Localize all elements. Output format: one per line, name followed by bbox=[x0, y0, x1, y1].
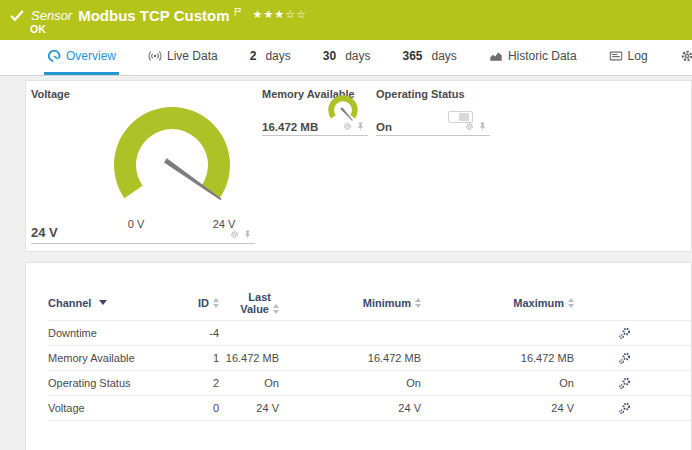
gauge-icon bbox=[47, 49, 61, 63]
stars-filled: ★★★ bbox=[253, 8, 286, 20]
sensor-type-label: Sensor bbox=[31, 8, 72, 23]
tab-overview[interactable]: Overview bbox=[44, 40, 119, 75]
tab-log-label: Log bbox=[628, 49, 648, 63]
tab-365-days[interactable]: 365 days bbox=[399, 40, 459, 75]
tab-settings[interactable]: Settings bbox=[677, 40, 692, 75]
tab-live-data-label: Live Data bbox=[167, 49, 218, 63]
channel-id: 1 bbox=[193, 352, 219, 364]
status-check-icon bbox=[10, 9, 24, 23]
pin-icon[interactable] bbox=[356, 122, 365, 131]
tab-log[interactable]: Log bbox=[606, 40, 651, 75]
channel-name: Memory Available bbox=[48, 352, 193, 364]
table-row-voltage[interactable]: Voltage 0 24 V 24 V 24 V bbox=[48, 396, 691, 421]
column-header-minimum[interactable]: Minimum bbox=[279, 297, 421, 309]
column-header-maximum-label: Maximum bbox=[513, 297, 564, 309]
tab-2-days-number: 2 bbox=[250, 49, 257, 63]
voltage-panel-title: Voltage bbox=[31, 88, 255, 100]
channel-maximum: 24 V bbox=[421, 402, 574, 414]
pin-icon[interactable] bbox=[243, 230, 252, 239]
memory-value: 16.472 MB bbox=[262, 121, 318, 133]
channel-table-card: Channel ID Last Value Minimum Maximum bbox=[25, 262, 692, 450]
channel-name: Voltage bbox=[48, 402, 193, 414]
toggle-knob bbox=[459, 113, 469, 121]
column-header-value-label: Value bbox=[240, 303, 269, 315]
broadcast-icon bbox=[148, 49, 162, 63]
gear-icon bbox=[680, 49, 692, 63]
column-header-channel[interactable]: Channel bbox=[48, 297, 193, 309]
channel-settings-gears-icon[interactable] bbox=[618, 402, 631, 415]
memory-panel-icons bbox=[343, 122, 365, 131]
voltage-gauge bbox=[102, 103, 242, 207]
tab-live-data[interactable]: Live Data bbox=[145, 40, 221, 75]
tab-365-days-number: 365 bbox=[402, 49, 422, 63]
channel-settings-gears-icon[interactable] bbox=[618, 377, 631, 390]
priority-stars[interactable]: ★★★☆☆ bbox=[253, 8, 307, 21]
channel-id: 2 bbox=[193, 377, 219, 389]
sort-desc-icon bbox=[99, 300, 107, 305]
tab-30-days[interactable]: 30 days bbox=[320, 40, 374, 75]
voltage-gauge-panel: Voltage 0 V 24 V 24 V bbox=[31, 88, 255, 244]
gear-icon[interactable] bbox=[230, 230, 239, 239]
column-header-maximum[interactable]: Maximum bbox=[421, 297, 574, 309]
channel-last-value: On bbox=[219, 377, 279, 389]
sensor-header-row: Sensor Modbus TCP Custom ★★★☆☆ bbox=[0, 0, 692, 24]
sensor-header: Sensor Modbus TCP Custom ★★★☆☆ OK bbox=[0, 0, 692, 40]
operating-panel-icons bbox=[465, 122, 487, 131]
voltage-value: 24 V bbox=[31, 225, 58, 240]
tab-overview-label: Overview bbox=[66, 49, 116, 63]
gear-icon[interactable] bbox=[465, 122, 474, 131]
channel-last-value: 24 V bbox=[219, 402, 279, 414]
channel-last-value: 16.472 MB bbox=[219, 352, 279, 364]
voltage-panel-icons bbox=[230, 230, 252, 239]
sort-arrows-icon bbox=[568, 298, 574, 308]
tab-historic-data[interactable]: Historic Data bbox=[486, 40, 580, 75]
channel-settings-gears-icon[interactable] bbox=[618, 352, 631, 365]
channel-name: Operating Status bbox=[48, 377, 193, 389]
stars-empty: ☆☆ bbox=[285, 8, 307, 20]
log-window-icon bbox=[609, 49, 623, 63]
table-row-downtime[interactable]: Downtime -4 bbox=[48, 321, 691, 346]
status-badge: OK bbox=[30, 23, 46, 35]
column-header-channel-label: Channel bbox=[48, 297, 91, 309]
bar-chart-icon bbox=[489, 49, 503, 63]
operating-value: On bbox=[376, 121, 392, 133]
gauges-card: Voltage 0 V 24 V 24 V Memory Available 1… bbox=[25, 80, 692, 252]
table-row-operating-status[interactable]: Operating Status 2 On On On bbox=[48, 371, 691, 396]
tab-365-days-label: days bbox=[432, 49, 457, 63]
column-header-last-value[interactable]: Last Value bbox=[219, 291, 279, 315]
tab-historic-data-label: Historic Data bbox=[508, 49, 577, 63]
channel-name: Downtime bbox=[48, 327, 193, 339]
channel-id: -4 bbox=[193, 327, 219, 339]
table-row-memory-available[interactable]: Memory Available 1 16.472 MB 16.472 MB 1… bbox=[48, 346, 691, 371]
tab-bar: Overview Live Data 2 days 30 days 365 da… bbox=[0, 40, 692, 76]
voltage-scale-max: 24 V bbox=[207, 218, 241, 230]
priority-flag-icon[interactable] bbox=[234, 7, 243, 17]
voltage-scale-min: 0 V bbox=[119, 218, 153, 230]
channel-maximum: 16.472 MB bbox=[421, 352, 574, 364]
tab-2-days-label: days bbox=[265, 49, 290, 63]
operating-panel-title: Operating Status bbox=[376, 88, 490, 100]
sensor-title: Modbus TCP Custom bbox=[78, 7, 229, 24]
pin-icon[interactable] bbox=[478, 122, 487, 131]
tab-30-days-number: 30 bbox=[323, 49, 336, 63]
channel-minimum: 24 V bbox=[279, 402, 421, 414]
channel-maximum: On bbox=[421, 377, 574, 389]
column-header-minimum-label: Minimum bbox=[363, 297, 411, 309]
column-header-id-label: ID bbox=[198, 297, 209, 309]
tab-30-days-label: days bbox=[345, 49, 370, 63]
column-header-last-label: Last bbox=[240, 291, 279, 303]
operating-status-panel: Operating Status On bbox=[376, 88, 490, 136]
channel-id: 0 bbox=[193, 402, 219, 414]
channel-minimum: 16.472 MB bbox=[279, 352, 421, 364]
memory-gauge-panel: Memory Available 16.472 MB bbox=[262, 88, 368, 136]
tab-2-days[interactable]: 2 days bbox=[247, 40, 294, 75]
column-header-id[interactable]: ID bbox=[193, 297, 219, 309]
gear-icon[interactable] bbox=[343, 122, 352, 131]
channel-minimum: On bbox=[279, 377, 421, 389]
channel-settings-gears-icon[interactable] bbox=[618, 327, 631, 340]
channel-table-header: Channel ID Last Value Minimum Maximum bbox=[48, 289, 691, 321]
